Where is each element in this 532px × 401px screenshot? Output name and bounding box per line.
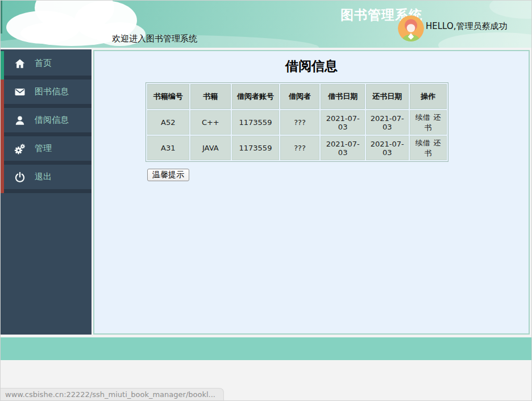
sidebar-item-logout[interactable]: 退出 [1, 165, 92, 193]
cell-borrow-date: 2021-07-03 [321, 136, 365, 160]
cell-account: 1173559 [232, 136, 279, 160]
mail-icon [14, 86, 26, 98]
welcome-text: 欢迎进入图书管理系统 [112, 34, 197, 44]
sidebar-item-label: 退出 [35, 172, 52, 182]
sidebar-item-label: 图书信息 [35, 86, 69, 97]
cell-return-date: 2021-07-03 [366, 136, 409, 160]
sidebar-item-books[interactable]: 图书信息 [1, 80, 92, 108]
sidebar-item-manage[interactable]: 管理 [1, 136, 92, 165]
cloud-shape [438, 32, 532, 48]
user-icon [14, 115, 26, 126]
col-header-return-date: 还书日期 [366, 84, 409, 109]
table-row: A52 C++ 1173559 ??? 2021-07-03 2021-07-0… [147, 110, 447, 135]
active-accent-stripe [1, 51, 4, 80]
sidebar-item-label: 借阅信息 [35, 115, 69, 126]
sidebar-nav: 首页 图书信息 借阅信息 [1, 49, 92, 335]
renew-link[interactable]: 续借 [415, 113, 430, 122]
power-icon [14, 172, 26, 183]
col-header-book: 书籍 [190, 84, 231, 109]
renew-link[interactable]: 续借 [415, 139, 430, 147]
user-avatar-icon [398, 15, 424, 41]
accent-stripe [1, 108, 4, 136]
home-icon [14, 58, 26, 69]
sidebar-item-label: 首页 [35, 58, 52, 69]
cell-actions: 续借还书 [410, 110, 447, 135]
sidebar-item-label: 管理 [35, 143, 52, 154]
accent-stripe [1, 136, 4, 165]
footer-bar [1, 337, 532, 360]
cell-book: C++ [190, 110, 231, 135]
top-banner: 图书管理系统 HELLO,管理员蔡成功 欢迎进入图书管理系统 [1, 1, 532, 48]
sidebar-item-borrow[interactable]: 借阅信息 [1, 108, 92, 136]
gears-icon [14, 143, 26, 154]
greeting-text: HELLO,管理员蔡成功 [426, 21, 508, 32]
cell-book: JAVA [190, 136, 231, 160]
sidebar-item-home[interactable]: 首页 [1, 51, 92, 80]
cell-book-id: A52 [147, 110, 189, 135]
col-header-borrow-date: 借书日期 [321, 84, 365, 109]
cell-actions: 续借还书 [410, 136, 447, 160]
page-title: 借阅信息 [94, 57, 529, 75]
col-header-actions: 操作 [410, 84, 447, 109]
borrow-info-table: 书籍编号 书籍 借阅者账号 借阅者 借书日期 还书日期 操作 A52 C++ 1… [146, 82, 448, 162]
col-header-account: 借阅者账号 [232, 84, 279, 109]
cloud-shape [489, 1, 532, 19]
tip-button[interactable]: 温馨提示 [147, 169, 189, 181]
accent-stripe [1, 165, 4, 193]
accent-stripe [1, 80, 4, 108]
cell-book-id: A31 [147, 136, 189, 160]
cell-borrow-date: 2021-07-03 [321, 110, 365, 135]
col-header-borrower: 借阅者 [280, 84, 319, 109]
cell-return-date: 2021-07-03 [366, 110, 409, 135]
table-row: A31 JAVA 1173559 ??? 2021-07-03 2021-07-… [147, 136, 447, 160]
app-window: 图书管理系统 HELLO,管理员蔡成功 欢迎进入图书管理系统 [0, 0, 532, 401]
content-panel: 借阅信息 书籍编号 书籍 借阅者账号 借阅者 借书日期 还书日期 操作 [93, 50, 530, 335]
cell-borrower: ??? [280, 110, 319, 135]
cell-borrower: ??? [280, 136, 319, 160]
col-header-book-id: 书籍编号 [147, 84, 189, 109]
status-url-tooltip: www.csbishe.cn:22222/ssh_miuti_book_mana… [1, 388, 224, 400]
table-header-row: 书籍编号 书籍 借阅者账号 借阅者 借书日期 还书日期 操作 [147, 84, 447, 109]
cell-account: 1173559 [232, 110, 279, 135]
